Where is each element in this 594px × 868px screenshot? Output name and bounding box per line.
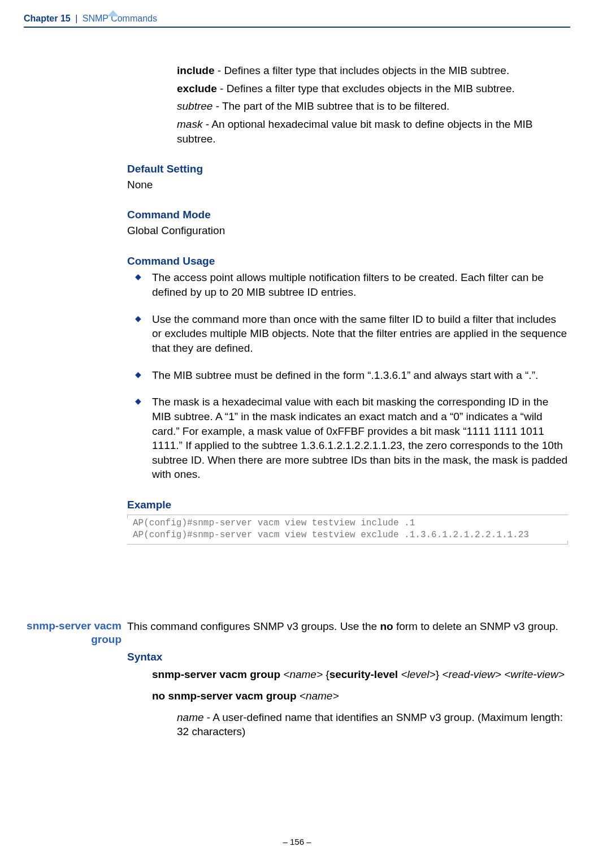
example-code: AP(config)#snmp-server vacm view testvie…	[127, 515, 568, 545]
command-mode-head: Command Mode	[127, 208, 568, 222]
group-command-section: This command configures SNMP v3 groups. …	[127, 619, 568, 739]
exclude-text: - Defines a filter type that excludes ob…	[217, 83, 515, 94]
group-desc-a: This command configures SNMP v3 groups. …	[127, 620, 380, 632]
page-number: – 156 –	[283, 837, 311, 847]
code-text: AP(config)#snmp-server vacm view testvie…	[133, 518, 529, 541]
syntax-line-1: snmp-server vacm group <name> {security-…	[152, 667, 568, 682]
chapter-label: Chapter 15	[24, 14, 71, 23]
syn2-cmd: no snmp-server vacm group	[152, 690, 300, 702]
param-definitions: include - Defines a filter type that inc…	[177, 63, 568, 146]
mask-label: mask	[177, 118, 202, 130]
side-label-line1: snmp-server vacm	[27, 620, 122, 632]
page-header: Chapter 15 | SNMP Commands	[24, 12, 570, 28]
syn1-brace-close: }	[436, 668, 443, 680]
usage-list: The access point allows multiple notific…	[127, 270, 568, 482]
subtree-label: subtree	[177, 100, 213, 112]
syn1-seclevel: security-level	[329, 668, 398, 680]
command-mode-body: Global Configuration	[127, 223, 568, 238]
group-description: This command configures SNMP v3 groups. …	[127, 619, 568, 634]
chapter-title: SNMP Commands	[83, 14, 157, 23]
subtree-def: subtree - The part of the MIB subtree th…	[177, 99, 568, 114]
command-usage-head: Command Usage	[127, 254, 568, 269]
group-desc-b: form to delete an SNMP v3 group.	[393, 620, 558, 632]
param-name-block: name - A user-defined name that identifi…	[177, 710, 568, 739]
subtree-text: - The part of the MIB subtree that is to…	[213, 100, 449, 112]
syn1-write: <write-view>	[504, 668, 565, 680]
mask-def: mask - An optional hexadecimal value bit…	[177, 117, 568, 146]
default-setting-body: None	[127, 178, 568, 192]
syn1-brace-open: {	[323, 668, 329, 680]
exclude-label: exclude	[177, 83, 217, 94]
param-name-label: name	[177, 711, 204, 723]
exclude-def: exclude - Defines a filter type that exc…	[177, 81, 568, 96]
syn2-name: <name>	[300, 690, 339, 702]
syn1-cmd: snmp-server vacm group	[152, 668, 283, 680]
default-setting-head: Default Setting	[127, 162, 568, 176]
syntax-head: Syntax	[127, 650, 568, 664]
page-footer: – 156 –	[0, 836, 594, 848]
syntax-line-2: no snmp-server vacm group <name>	[152, 689, 568, 703]
usage-item: The access point allows multiple notific…	[127, 270, 568, 299]
usage-item: The mask is a hexadecimal value with eac…	[127, 395, 568, 482]
command-side-label: snmp-server vacm group	[0, 619, 122, 646]
group-desc-no: no	[380, 620, 393, 632]
mask-text: - An optional hexadecimal value bit mask…	[177, 118, 532, 145]
param-name-text: - A user-defined name that identifies an…	[177, 711, 563, 738]
header-triangle-icon	[107, 10, 119, 16]
include-label: include	[177, 64, 215, 76]
usage-item: The MIB subtree must be defined in the f…	[127, 368, 568, 383]
include-text: - Defines a filter type that includes ob…	[215, 64, 510, 76]
svg-marker-0	[107, 10, 119, 16]
include-def: include - Defines a filter type that inc…	[177, 63, 568, 78]
usage-item: Use the command more than once with the …	[127, 312, 568, 356]
syn1-name: <name>	[283, 668, 323, 680]
side-label-line2: group	[91, 633, 122, 645]
header-separator: |	[75, 14, 77, 23]
syn1-level: <level>	[398, 668, 436, 680]
main-content: include - Defines a filter type that inc…	[127, 63, 568, 545]
syn1-read: <read-view>	[442, 668, 501, 680]
example-head: Example	[127, 498, 568, 512]
